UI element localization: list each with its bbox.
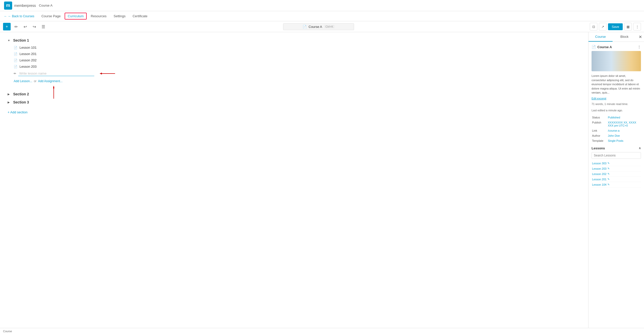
lesson-doc-icon: 📄 xyxy=(14,46,17,49)
link-value[interactable]: /course-a xyxy=(607,128,641,133)
section-1-label: Section 1 xyxy=(13,38,29,42)
red-arrow-svg xyxy=(97,72,118,76)
add-lesson-link[interactable]: Add Lesson... xyxy=(14,79,32,83)
publish-value: XXXXXXXX XX, XXXX XXX pm UTC+0 xyxy=(607,120,641,128)
lessons-collapse-button[interactable]: ∧ xyxy=(639,146,641,150)
list-item: Lesson 303 ✎ xyxy=(592,161,641,166)
panel-more-button[interactable]: ⋮ xyxy=(637,45,641,49)
tab-resources[interactable]: Resources xyxy=(88,13,109,20)
status-label: Status xyxy=(592,115,607,120)
lesson-303-link[interactable]: Lesson 303 xyxy=(592,162,606,165)
section-3-header[interactable]: ▶ Section 3 xyxy=(8,99,581,105)
section-1-header[interactable]: ▼ Section 1 xyxy=(8,37,581,43)
table-row: Author John Doe xyxy=(592,133,641,138)
tab-course[interactable]: Course xyxy=(588,32,613,42)
svg-marker-3 xyxy=(53,86,54,89)
vertical-red-arrow xyxy=(53,86,54,101)
list-item: 📄 Lesson 202 xyxy=(13,57,581,63)
status-bar: Course xyxy=(0,328,644,334)
list-view-button[interactable]: ☰ xyxy=(40,23,47,30)
course-meta-edited: Last edited a minute ago. xyxy=(592,108,641,113)
tab-block[interactable]: Block xyxy=(613,32,637,42)
tab-course-page[interactable]: Course Page xyxy=(38,13,64,20)
lesson-104-link[interactable]: Lesson 104 xyxy=(592,183,606,186)
lesson-202-edit-icon[interactable]: ✎ xyxy=(608,172,610,175)
top-bar: m memberpress Course A xyxy=(0,0,644,11)
template-value[interactable]: Single Posts xyxy=(607,138,641,143)
lesson-doc-icon: 📄 xyxy=(14,65,17,68)
shortcut-badge: Ctrl+K xyxy=(324,25,335,28)
back-label: ← Back to Courses xyxy=(8,14,34,18)
table-row: Template Single Posts xyxy=(592,138,641,143)
back-arrow-icon: ← xyxy=(4,14,7,18)
publish-label: Publish xyxy=(592,120,607,128)
main-layout: ▼ Section 1 📄 Lesson 101 📄 Lesson 201 📄 … xyxy=(0,32,644,328)
add-block-button[interactable]: + xyxy=(3,23,11,30)
lesson-202-name: Lesson 202 xyxy=(20,58,36,62)
course-thumbnail xyxy=(592,51,641,71)
panel-close-button[interactable]: ✕ xyxy=(636,32,644,42)
search-lessons-input[interactable] xyxy=(592,152,641,159)
section-1-content: 📄 Lesson 101 📄 Lesson 201 📄 Lesson 202 📄… xyxy=(13,44,581,84)
plus-icon: + xyxy=(6,24,8,29)
brand-name: memberpress xyxy=(14,4,36,8)
lesson-203-edit-icon[interactable]: ✎ xyxy=(608,167,610,170)
new-lesson-input-row: ✏ xyxy=(13,70,581,77)
section-1-toggle-icon: ▼ xyxy=(8,39,11,42)
vertical-arrow-container xyxy=(53,86,54,101)
section-2-toggle-icon: ▶ xyxy=(8,93,11,96)
pencil-icon: ✏ xyxy=(14,24,18,29)
external-link-button[interactable]: ↗ xyxy=(599,23,606,30)
lesson-104-edit-icon[interactable]: ✎ xyxy=(608,183,610,186)
edit-tool-button[interactable]: ✏ xyxy=(12,23,20,30)
document-title-area[interactable]: 📄 Course A Ctrl+K xyxy=(283,23,354,30)
tab-curriculum[interactable]: Curriculum xyxy=(65,13,87,20)
section-3-label: Section 3 xyxy=(13,100,29,104)
lesson-name-input[interactable] xyxy=(18,71,94,76)
add-section-button[interactable]: + Add section xyxy=(8,109,581,115)
more-options-button[interactable]: ⋮ xyxy=(633,23,641,30)
nav-tabs: ← ← Back to Courses Course Page Curricul… xyxy=(0,11,644,21)
doc-icon: 📄 xyxy=(303,25,307,29)
tab-settings[interactable]: Settings xyxy=(111,13,128,20)
course-name-header: Course A xyxy=(39,4,52,7)
doc-title: Course A xyxy=(309,25,322,29)
toggle-sidebar-button[interactable]: ▦ xyxy=(624,23,632,30)
course-description: Lorem ipsum dolor sit amet, consectetur … xyxy=(592,74,641,95)
link-label: Link xyxy=(592,128,607,133)
back-to-courses-link[interactable]: ← ← Back to Courses xyxy=(4,14,34,18)
edit-excerpt-link[interactable]: Edit excerpt xyxy=(592,97,641,100)
list-item: 📄 Lesson 101 xyxy=(13,44,581,51)
tab-certificate[interactable]: Certificate xyxy=(130,13,151,20)
lesson-201-edit-icon[interactable]: ✎ xyxy=(608,178,610,181)
list-item: Lesson 203 ✎ xyxy=(592,166,641,171)
save-button[interactable]: Save xyxy=(608,23,623,30)
content-area: ▼ Section 1 📄 Lesson 101 📄 Lesson 201 📄 … xyxy=(0,32,588,328)
table-row: Status Published xyxy=(592,115,641,120)
logo-icon: m xyxy=(4,2,12,10)
author-value[interactable]: John Doe xyxy=(607,133,641,138)
curriculum-body: ▼ Section 1 📄 Lesson 101 📄 Lesson 201 📄 … xyxy=(8,37,581,115)
lesson-303-edit-icon[interactable]: ✎ xyxy=(608,162,610,165)
template-label: Template xyxy=(592,138,607,143)
red-arrow-annotation xyxy=(97,72,118,76)
status-value: Published xyxy=(607,115,641,120)
lessons-title: Lessons xyxy=(592,146,605,150)
course-meta-table: Status Published Publish XXXXXXXX XX, XX… xyxy=(592,115,641,143)
add-assignment-link[interactable]: Add Assignment... xyxy=(38,79,63,83)
section-2-header[interactable]: ▶ Section 2 xyxy=(8,91,581,97)
list-item: Lesson 104 ✎ xyxy=(592,182,641,187)
view-mode-button[interactable]: ⊡ xyxy=(590,23,597,30)
list-item: 📄 Lesson 201 xyxy=(13,51,581,57)
table-row: Publish XXXXXXXX XX, XXXX XXX pm UTC+0 xyxy=(592,120,641,128)
lesson-203-link[interactable]: Lesson 203 xyxy=(592,167,606,170)
redo-button[interactable]: ↪ xyxy=(30,23,38,30)
course-doc-icon: 📄 xyxy=(592,45,596,49)
add-section-label: + Add section xyxy=(8,110,27,114)
undo-button[interactable]: ↩ xyxy=(21,23,29,30)
lesson-201-link[interactable]: Lesson 201 xyxy=(592,178,606,181)
list-item: 📄 Lesson 203 xyxy=(13,63,581,70)
section-3: ▶ Section 3 xyxy=(8,99,581,105)
lesson-202-link[interactable]: Lesson 202 xyxy=(592,172,606,175)
add-lesson-row: Add Lesson... or Add Assignment... xyxy=(13,78,581,84)
